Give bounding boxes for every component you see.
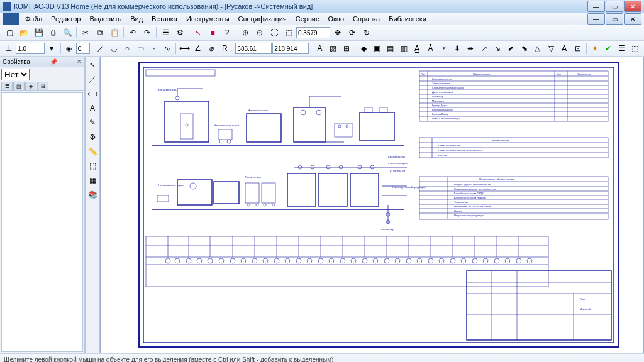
- scale-input[interactable]: [16, 43, 45, 54]
- zoom-fit-icon[interactable]: ⛶: [267, 26, 281, 40]
- new-icon[interactable]: ▢: [3, 26, 16, 40]
- t2-4[interactable]: ▥: [397, 41, 410, 55]
- save-icon[interactable]: 💾: [31, 26, 45, 40]
- stop-icon[interactable]: ■: [206, 26, 219, 40]
- open-icon[interactable]: 📂: [17, 26, 31, 40]
- vars-icon[interactable]: ⚙: [173, 26, 187, 40]
- st-arrow-icon[interactable]: ↖: [86, 58, 99, 72]
- st-text-icon[interactable]: A: [86, 101, 99, 115]
- arc-icon[interactable]: ◡: [108, 41, 120, 55]
- refresh-icon[interactable]: ↻: [360, 26, 374, 40]
- circle-icon[interactable]: ○: [121, 41, 133, 55]
- help-icon[interactable]: ?: [220, 26, 234, 40]
- t2-2[interactable]: ▣: [370, 41, 383, 55]
- t2-20[interactable]: ☰: [615, 41, 628, 55]
- st-spec-icon[interactable]: ▦: [86, 173, 99, 187]
- t2-17[interactable]: ⊡: [572, 41, 584, 55]
- menu-insert[interactable]: Вставка: [148, 14, 181, 24]
- menu-help[interactable]: Справка: [349, 14, 384, 24]
- menu-file[interactable]: Файл: [21, 14, 46, 24]
- st-select-icon[interactable]: ⬚: [86, 159, 99, 173]
- mdi-close[interactable]: ✕: [624, 13, 641, 25]
- app-menu-icon[interactable]: [3, 13, 19, 25]
- t2-7[interactable]: ☓: [438, 41, 450, 55]
- copy-icon[interactable]: ⧉: [93, 26, 107, 40]
- layer-icon[interactable]: ◈: [62, 41, 75, 55]
- ortho-icon[interactable]: ⊥: [3, 41, 15, 55]
- mdi-min[interactable]: —: [587, 13, 605, 25]
- pan-icon[interactable]: ✥: [331, 26, 345, 40]
- minimize-button[interactable]: —: [587, 1, 605, 12]
- rotate-icon[interactable]: ⟳: [345, 26, 359, 40]
- st-dim-icon[interactable]: ⟷: [86, 87, 99, 101]
- coord-x[interactable]: [235, 43, 272, 54]
- menu-select[interactable]: Выделить: [86, 14, 125, 24]
- layer-input[interactable]: [76, 43, 90, 54]
- menu-editor[interactable]: Редактор: [47, 14, 84, 24]
- t2-8[interactable]: ⬍: [451, 41, 464, 55]
- menu-tools[interactable]: Инструменты: [182, 14, 233, 24]
- t2-11[interactable]: ↘: [491, 41, 504, 55]
- table-icon[interactable]: ⊞: [340, 41, 353, 55]
- spline-icon[interactable]: ∿: [161, 41, 174, 55]
- zoom-in-icon[interactable]: ⊕: [238, 26, 252, 40]
- maximize-button[interactable]: ▭: [606, 1, 623, 12]
- ptab2[interactable]: ▤: [13, 82, 25, 90]
- t2-21[interactable]: ⬚: [629, 41, 641, 55]
- t2-13[interactable]: ⬊: [518, 41, 530, 55]
- st-edit-icon[interactable]: ✎: [86, 116, 99, 129]
- ptab4[interactable]: ⊞: [37, 82, 48, 90]
- t2-6[interactable]: Ā: [424, 41, 436, 55]
- t2-9[interactable]: ⬌: [464, 41, 477, 55]
- menu-view[interactable]: Вид: [126, 14, 147, 24]
- print-icon[interactable]: ⎙: [46, 26, 60, 40]
- paste-icon[interactable]: 📋: [108, 26, 121, 40]
- menu-spec[interactable]: Спецификация: [235, 14, 291, 24]
- mdi-max[interactable]: ▭: [606, 13, 623, 25]
- zoom-window-icon[interactable]: ⬚: [282, 26, 296, 40]
- t2-15[interactable]: ▽: [545, 41, 557, 55]
- st-measure-icon[interactable]: 📏: [86, 145, 99, 158]
- t2-12[interactable]: ⬈: [504, 41, 517, 55]
- dim-dia-icon[interactable]: ⌀: [205, 41, 218, 55]
- t2-5[interactable]: A̲: [411, 41, 423, 55]
- coord-y[interactable]: [272, 43, 309, 54]
- t2-1[interactable]: ◆: [357, 41, 370, 55]
- menu-service[interactable]: Сервис: [292, 14, 323, 24]
- t2-19[interactable]: ✔: [602, 41, 614, 55]
- dim-lin-icon[interactable]: ⟷: [178, 41, 191, 55]
- st-lib-icon[interactable]: 📚: [86, 188, 99, 202]
- zoom-input[interactable]: [296, 27, 330, 38]
- st-line-icon[interactable]: ／: [86, 72, 99, 86]
- st-param-icon[interactable]: ⚙: [86, 130, 99, 144]
- undo-icon[interactable]: ↶: [126, 26, 140, 40]
- close-button[interactable]: ✕: [624, 1, 641, 12]
- line-icon[interactable]: ／: [94, 41, 107, 55]
- prop-dropdown[interactable]: Нет: [1, 69, 30, 80]
- dim-ang-icon[interactable]: ∠: [192, 41, 204, 55]
- text-icon[interactable]: A: [313, 41, 326, 55]
- dim-rad-icon[interactable]: R: [218, 41, 231, 55]
- props-icon[interactable]: ☰: [158, 26, 172, 40]
- panel-close-icon[interactable]: ✕: [77, 58, 82, 65]
- t2-14[interactable]: △: [531, 41, 544, 55]
- ptab1[interactable]: ☰: [1, 82, 13, 90]
- redo-icon[interactable]: ↷: [140, 26, 154, 40]
- preview-icon[interactable]: 🔍: [60, 26, 74, 40]
- hatch-icon[interactable]: ▨: [327, 41, 340, 55]
- t2-18[interactable]: ✦: [589, 41, 601, 55]
- zoom-out-icon[interactable]: ⊖: [253, 26, 267, 40]
- t2-3[interactable]: ▤: [384, 41, 397, 55]
- t2-10[interactable]: ↗: [478, 41, 491, 55]
- menu-window[interactable]: Окно: [324, 14, 348, 24]
- ptab3[interactable]: ◈: [25, 82, 36, 90]
- rect-icon[interactable]: ▭: [135, 41, 147, 55]
- dd1-icon[interactable]: ▾: [45, 41, 58, 55]
- point-icon[interactable]: ·: [148, 41, 160, 55]
- menu-libs[interactable]: Библиотеки: [385, 14, 430, 24]
- pin-icon[interactable]: 📌: [50, 58, 57, 65]
- cut-icon[interactable]: ✂: [79, 26, 92, 40]
- t2-16[interactable]: A̱: [558, 41, 570, 55]
- canvas[interactable]: из котельной Несоложенное сырье Моечная …: [100, 57, 644, 353]
- cursor-icon[interactable]: ↖: [191, 26, 205, 40]
